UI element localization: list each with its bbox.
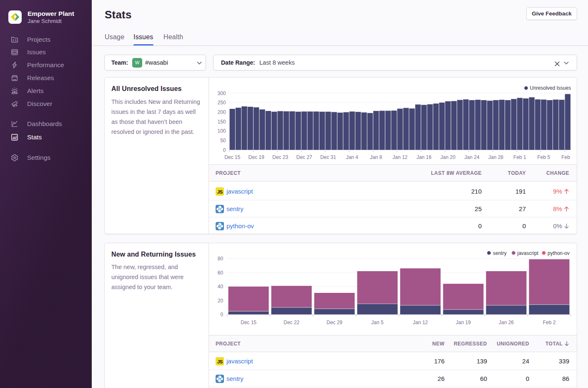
svg-text:Dec 31: Dec 31 — [320, 154, 336, 160]
svg-text:python-ov: python-ov — [548, 250, 570, 256]
svg-text:Feb 2: Feb 2 — [543, 320, 556, 325]
svg-text:300: 300 — [217, 91, 226, 96]
svg-text:40: 40 — [218, 284, 224, 290]
svg-text:0: 0 — [223, 147, 226, 153]
svg-text:150: 150 — [217, 119, 226, 125]
svg-text:Jan 12: Jan 12 — [392, 154, 407, 160]
svg-text:Unresolved Issues: Unresolved Issues — [530, 85, 571, 91]
svg-text:20: 20 — [218, 298, 224, 304]
svg-text:Feb 5: Feb 5 — [538, 154, 550, 160]
svg-text:JS: JS — [217, 359, 223, 364]
svg-text:Dec 15: Dec 15 — [224, 154, 240, 160]
svg-text:Jan 4: Jan 4 — [346, 154, 359, 160]
svg-text:Feb 1: Feb 1 — [513, 154, 526, 160]
svg-text:60: 60 — [218, 270, 224, 276]
svg-text:Dec 27: Dec 27 — [296, 154, 312, 160]
svg-text:Jan 8: Jan 8 — [370, 154, 382, 160]
svg-text:sentry: sentry — [493, 250, 507, 256]
svg-text:Dec 19: Dec 19 — [249, 154, 264, 160]
svg-text:javascript: javascript — [517, 250, 539, 256]
svg-text:Jan 24: Jan 24 — [465, 154, 480, 160]
svg-text:Dec 15: Dec 15 — [241, 320, 256, 325]
svg-text:100: 100 — [217, 128, 226, 134]
svg-text:Jan 20: Jan 20 — [440, 154, 455, 160]
svg-text:250: 250 — [217, 100, 226, 106]
svg-text:Jan 12: Jan 12 — [413, 320, 428, 325]
svg-text:Feb: Feb — [561, 154, 570, 160]
svg-text:Jan 28: Jan 28 — [488, 154, 503, 160]
svg-text:JS: JS — [217, 189, 223, 194]
svg-text:0: 0 — [221, 312, 224, 317]
svg-text:Jan 26: Jan 26 — [499, 320, 514, 325]
svg-text:Dec 22: Dec 22 — [284, 320, 299, 325]
svg-text:Dec 23: Dec 23 — [272, 154, 288, 160]
svg-text:Dec 29: Dec 29 — [327, 320, 342, 325]
svg-text:50: 50 — [220, 138, 226, 144]
svg-text:200: 200 — [217, 109, 226, 115]
svg-text:Jan 16: Jan 16 — [417, 154, 432, 160]
svg-text:80: 80 — [218, 256, 224, 262]
svg-text:Jan 19: Jan 19 — [456, 320, 471, 325]
svg-text:Jan 5: Jan 5 — [371, 320, 384, 325]
